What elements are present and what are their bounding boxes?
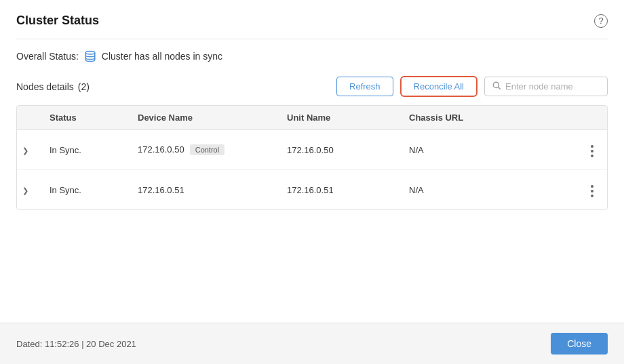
- close-button[interactable]: Close: [551, 333, 608, 355]
- nodes-table: Status Device Name Unit Name Chassis URL…: [16, 105, 608, 210]
- cell-device-name: 172.16.0.50Control: [130, 130, 279, 170]
- page-title: Cluster Status: [16, 14, 99, 28]
- footer-date: Dated: 11:52:26 | 20 Dec 2021: [16, 339, 136, 349]
- more-actions-icon[interactable]: [588, 142, 596, 160]
- col-header-device-name: Device Name: [130, 106, 279, 130]
- modal-footer: Dated: 11:52:26 | 20 Dec 2021 Close: [0, 323, 624, 364]
- col-header-unit-name: Unit Name: [279, 106, 401, 130]
- help-icon[interactable]: ?: [594, 14, 608, 28]
- col-header-chassis-url: Chassis URL: [401, 106, 580, 130]
- cell-unit-name: 172.16.0.50: [279, 130, 401, 170]
- expand-row-icon[interactable]: ❯: [22, 186, 28, 195]
- col-header-expand: [17, 106, 41, 130]
- svg-point-0: [85, 52, 95, 55]
- cell-actions: [580, 130, 607, 170]
- search-input[interactable]: [505, 81, 600, 92]
- cell-chassis-url: N/A: [401, 130, 580, 170]
- search-container: [484, 77, 608, 96]
- database-icon: [84, 50, 96, 62]
- search-icon: [492, 81, 501, 92]
- reconcile-all-button[interactable]: Reconcile All: [400, 76, 477, 97]
- cell-actions: [580, 170, 607, 210]
- cell-status: In Sync.: [41, 170, 130, 210]
- overall-status-label: Overall Status:: [16, 51, 79, 62]
- table-row: ❯In Sync.172.16.0.51172.16.0.51N/A: [17, 170, 607, 210]
- refresh-button[interactable]: Refresh: [336, 77, 393, 96]
- more-actions-icon[interactable]: [588, 182, 596, 200]
- table-row: ❯In Sync.172.16.0.50Control172.16.0.50N/…: [17, 130, 607, 170]
- col-header-status: Status: [41, 106, 130, 130]
- nodes-count: (2): [78, 81, 90, 92]
- expand-row-icon[interactable]: ❯: [22, 146, 28, 155]
- col-header-actions: [580, 106, 607, 130]
- overall-status-message: Cluster has all nodes in sync: [102, 51, 222, 62]
- cell-status: In Sync.: [41, 130, 130, 170]
- cell-unit-name: 172.16.0.51: [279, 170, 401, 210]
- cell-device-name: 172.16.0.51: [130, 170, 279, 210]
- cell-chassis-url: N/A: [401, 170, 580, 210]
- svg-line-2: [499, 87, 501, 89]
- control-badge: Control: [190, 144, 225, 155]
- svg-point-1: [493, 82, 499, 87]
- nodes-details-label: Nodes details: [16, 81, 74, 92]
